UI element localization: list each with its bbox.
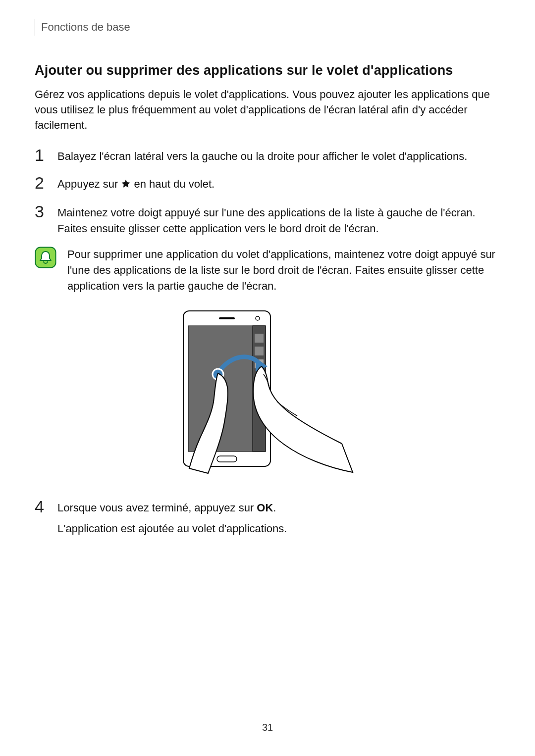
header-divider [35, 19, 35, 36]
bell-icon [35, 247, 56, 268]
svg-rect-8 [255, 347, 264, 355]
step-number: 1 [35, 147, 47, 163]
step-3: 3 Maintenez votre doigt appuyé sur l'une… [35, 203, 500, 237]
page-title: Ajouter ou supprimer des applications su… [35, 63, 500, 78]
section-header: Fonctions de base [35, 19, 500, 36]
step-text-before: Lorsque vous avez terminé, appuyez sur [57, 502, 257, 514]
steps-list-cont: 4 Lorsque vous avez terminé, appuyez sur… [35, 498, 500, 537]
phone-gesture-illustration [178, 309, 357, 478]
step-number: 3 [35, 203, 47, 220]
illustration [35, 309, 500, 478]
intro-paragraph: Gérez vos applications depuis le volet d… [35, 87, 500, 133]
step-text-before: Appuyez sur [57, 178, 121, 190]
step-text-after: . [273, 502, 276, 514]
step-text-bold: OK [257, 502, 273, 514]
page-number: 31 [0, 722, 535, 733]
note-block: Pour supprimer une application du volet … [35, 247, 500, 294]
step-number: 4 [35, 498, 47, 515]
note-text: Pour supprimer une application du volet … [67, 247, 500, 294]
step-1: 1 Balayez l'écran latéral vers la gauche… [35, 147, 500, 164]
step-text: Lorsque vous avez terminé, appuyez sur O… [57, 498, 500, 537]
step-text: Appuyez sur en haut du volet. [57, 174, 500, 193]
step-number: 2 [35, 174, 47, 191]
step-text-after: en haut du volet. [134, 178, 215, 190]
svg-rect-3 [219, 317, 235, 319]
svg-rect-5 [217, 456, 237, 462]
section-label: Fonctions de base [41, 21, 130, 34]
star-icon [121, 177, 131, 193]
step-4: 4 Lorsque vous avez terminé, appuyez sur… [35, 498, 500, 537]
svg-rect-7 [255, 334, 264, 343]
step-text: Maintenez votre doigt appuyé sur l'une d… [57, 203, 500, 237]
step-2: 2 Appuyez sur en haut du volet. [35, 174, 500, 193]
step-text: Balayez l'écran latéral vers la gauche o… [57, 147, 500, 164]
step-text-line2: L'application est ajoutée au volet d'app… [57, 521, 500, 537]
steps-list: 1 Balayez l'écran latéral vers la gauche… [35, 147, 500, 237]
